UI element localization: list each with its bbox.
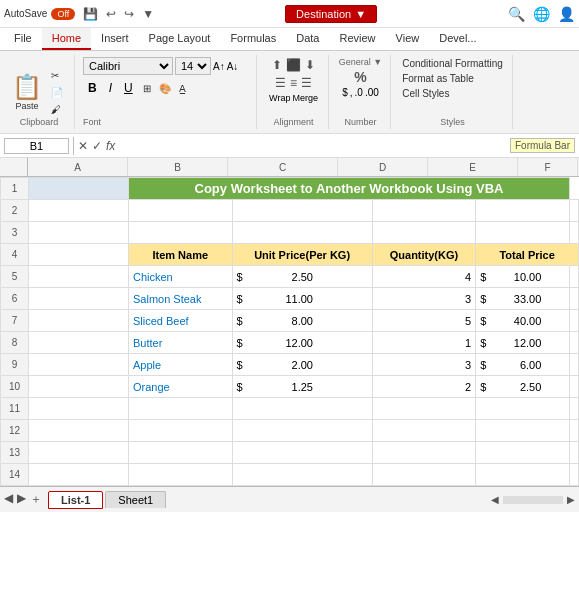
add-sheet-icon[interactable]: ＋ [30, 491, 42, 508]
cell-c6-dollar[interactable]: $ 11.00 [232, 288, 372, 310]
fill-color-button[interactable]: 🎨 [156, 82, 174, 95]
share-icon[interactable]: 🌐 [533, 6, 550, 22]
cell-c4-header[interactable]: Unit Price(Per KG) [232, 244, 372, 266]
cell-d4-header[interactable]: Quantity(KG) [372, 244, 475, 266]
format-painter-button[interactable]: 🖌 [46, 102, 68, 117]
cell-a4[interactable] [29, 244, 129, 266]
cell-d14[interactable] [372, 464, 475, 486]
cell-f3[interactable] [569, 222, 578, 244]
cell-b8[interactable]: Butter [129, 332, 233, 354]
decrease-font-button[interactable]: A↓ [227, 61, 239, 72]
formula-input[interactable]: Copy Worksheet to Another Workbook Using… [119, 140, 506, 152]
cell-d13[interactable] [372, 442, 475, 464]
cell-e10-dollar[interactable]: $ 2.50 [476, 376, 570, 398]
cell-a3[interactable] [29, 222, 129, 244]
paste-button[interactable]: 📋 Paste [10, 71, 44, 113]
cell-a1[interactable] [29, 178, 129, 200]
cell-b10[interactable]: Orange [129, 376, 233, 398]
cell-a5[interactable] [29, 266, 129, 288]
conditional-formatting-button[interactable]: Conditional Formatting [400, 57, 505, 70]
accounting-button[interactable]: $ [342, 87, 348, 98]
next-sheet-icon[interactable]: ▶ [17, 491, 26, 508]
cell-b9[interactable]: Apple [129, 354, 233, 376]
prev-sheet-icon[interactable]: ◀ [4, 491, 13, 508]
thousands-button[interactable]: , [350, 87, 353, 98]
cell-e12[interactable] [476, 420, 570, 442]
underline-button[interactable]: U [119, 79, 138, 97]
cell-a12[interactable] [29, 420, 129, 442]
cell-c14[interactable] [232, 464, 372, 486]
cell-e13[interactable] [476, 442, 570, 464]
cell-c5-dollar[interactable]: $ 2.50 [232, 266, 372, 288]
increase-font-button[interactable]: A↑ [213, 61, 225, 72]
cell-f2[interactable] [569, 200, 578, 222]
cell-a11[interactable] [29, 398, 129, 420]
cell-d3[interactable] [372, 222, 475, 244]
cell-d5[interactable]: 4 [372, 266, 475, 288]
cell-f8[interactable] [569, 332, 578, 354]
autosave-toggle[interactable]: Off [51, 8, 75, 20]
tab-review[interactable]: Review [329, 28, 385, 50]
cell-c2[interactable] [232, 200, 372, 222]
cell-f14[interactable] [569, 464, 578, 486]
cell-d7[interactable]: 5 [372, 310, 475, 332]
font-size-select[interactable]: 14 [175, 57, 211, 75]
increase-decimal-button[interactable]: .0 [355, 87, 363, 98]
cell-c12[interactable] [232, 420, 372, 442]
account-icon[interactable]: 👤 [558, 6, 575, 22]
cell-b1-title[interactable]: Copy Worksheet to Another Workbook Using… [129, 178, 570, 200]
cell-a13[interactable] [29, 442, 129, 464]
cell-f10[interactable] [569, 376, 578, 398]
bold-button[interactable]: B [83, 79, 102, 97]
cell-f11[interactable] [569, 398, 578, 420]
cell-f5[interactable] [569, 266, 578, 288]
cell-e2[interactable] [476, 200, 570, 222]
cell-e8-dollar[interactable]: $ 12.00 [476, 332, 570, 354]
cell-b7[interactable]: Sliced Beef [129, 310, 233, 332]
percent-button[interactable]: % [354, 69, 366, 85]
cell-e14[interactable] [476, 464, 570, 486]
cell-styles-button[interactable]: Cell Styles [400, 87, 505, 100]
cell-e11[interactable] [476, 398, 570, 420]
cell-a2[interactable] [29, 200, 129, 222]
cut-button[interactable]: ✂ [46, 68, 68, 83]
search-icon[interactable]: 🔍 [508, 6, 525, 22]
undo-icon[interactable]: ↩ [106, 7, 116, 21]
align-middle-icon[interactable]: ⬛ [285, 57, 302, 73]
redo-icon[interactable]: ↪ [124, 7, 134, 21]
more-icon[interactable]: ▼ [142, 7, 154, 21]
cell-a10[interactable] [29, 376, 129, 398]
cell-e3[interactable] [476, 222, 570, 244]
merge-center-button[interactable]: Merge [292, 93, 318, 103]
wrap-text-button[interactable]: Wrap [269, 93, 290, 103]
cell-e4-header[interactable]: Total Price [476, 244, 579, 266]
cell-a9[interactable] [29, 354, 129, 376]
cell-f7[interactable] [569, 310, 578, 332]
scroll-right-icon[interactable]: ▶ [567, 494, 575, 505]
cell-d12[interactable] [372, 420, 475, 442]
cancel-formula-button[interactable]: ✕ [78, 139, 88, 153]
font-name-select[interactable]: Calibri [83, 57, 173, 75]
align-right-icon[interactable]: ☰ [300, 75, 313, 91]
cell-c10-dollar[interactable]: $ 1.25 [232, 376, 372, 398]
cell-a8[interactable] [29, 332, 129, 354]
cell-e5-dollar[interactable]: $ 10.00 [476, 266, 570, 288]
cell-e9-dollar[interactable]: $ 6.00 [476, 354, 570, 376]
cell-c13[interactable] [232, 442, 372, 464]
align-left-icon[interactable]: ☰ [274, 75, 287, 91]
cell-f13[interactable] [569, 442, 578, 464]
cell-b11[interactable] [129, 398, 233, 420]
cell-d10[interactable]: 2 [372, 376, 475, 398]
cell-d8[interactable]: 1 [372, 332, 475, 354]
cell-b4-header[interactable]: Item Name [129, 244, 233, 266]
tab-formulas[interactable]: Formulas [220, 28, 286, 50]
italic-button[interactable]: I [104, 79, 117, 97]
cell-d9[interactable]: 3 [372, 354, 475, 376]
tab-page-layout[interactable]: Page Layout [139, 28, 221, 50]
format-as-table-button[interactable]: Format as Table [400, 72, 505, 85]
tab-developer[interactable]: Devel... [429, 28, 486, 50]
cell-f9[interactable] [569, 354, 578, 376]
cell-b5[interactable]: Chicken [129, 266, 233, 288]
cell-b12[interactable] [129, 420, 233, 442]
cell-f12[interactable] [569, 420, 578, 442]
